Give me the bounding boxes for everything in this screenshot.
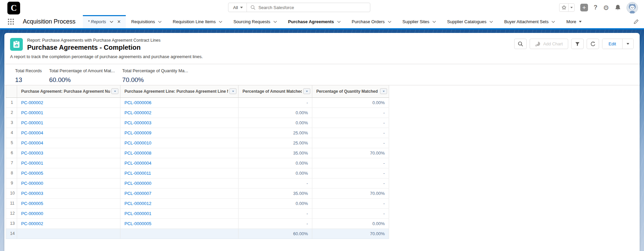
column-header[interactable]: Purchase Agreement: Purchase Agreement N… [17, 85, 120, 97]
quantity-matched-total-cell: 70.00% [312, 228, 389, 239]
edit-nav-button[interactable] [634, 19, 639, 24]
purchase-agreement-link[interactable]: PC-000003 [21, 151, 43, 156]
nav-tab[interactable]: Supplier Catalogues [447, 19, 493, 24]
amount-matched-cell: 0.00% [238, 108, 312, 118]
quantity-matched-cell: - [312, 158, 389, 168]
column-header[interactable]: Percentage of Amount Matched [238, 85, 312, 97]
column-header-label: Purchase Agreement: Purchase Agreement N… [21, 89, 110, 94]
purchase-agreement-cell: PC-000002 [17, 97, 120, 108]
app-launcher-button[interactable] [8, 18, 14, 25]
favorites-button[interactable] [559, 4, 569, 11]
nav-tab[interactable]: Purchase Agreements [288, 19, 341, 24]
purchase-agreement-link[interactable]: PC-000001 [21, 120, 43, 125]
report-icon [10, 38, 23, 51]
purchase-agreement-line-link[interactable]: PCL-0000006 [124, 100, 151, 105]
row-number: 7 [6, 158, 17, 168]
amount-matched-cell: 0.00% [238, 198, 312, 208]
app-name[interactable]: Acquisition Process [23, 18, 75, 25]
purchase-agreement-line-link[interactable]: PCL-0000012 [124, 201, 151, 206]
refresh-button[interactable] [587, 39, 599, 49]
filter-button[interactable] [571, 39, 584, 49]
nav-tab[interactable]: Supplier Sites [402, 19, 436, 24]
amount-matched-cell: 25.00% [238, 138, 312, 148]
purchase-agreement-link[interactable]: PC-000004 [21, 130, 43, 135]
quantity-matched-cell: - [312, 178, 389, 188]
purchase-agreement-line-link[interactable]: PCL-0000009 [124, 130, 151, 135]
amount-matched-cell: - [238, 178, 312, 188]
favorites-menu-button[interactable] [569, 4, 574, 11]
global-actions: + ? ⚙ [559, 0, 638, 15]
purchase-agreement-cell: PC-000005 [17, 198, 120, 208]
row-number: 14 [6, 228, 17, 239]
purchase-agreement-line-link[interactable]: PCL-0000005 [124, 221, 151, 226]
refresh-icon [590, 41, 596, 47]
row-number: 13 [6, 218, 17, 228]
row-number: 10 [6, 188, 17, 198]
column-header[interactable]: Purchase Agreement Line: Purchase Agreem… [120, 85, 238, 97]
purchase-agreement-line-link[interactable]: PCL-0000008 [124, 151, 151, 156]
purchase-agreement-link[interactable]: PC-000003 [21, 191, 43, 196]
report-total: Total Percentage of Amount Mat... 60.00% [49, 68, 115, 85]
purchase-agreement-line-link[interactable]: PCL-0000001 [124, 211, 151, 216]
chevron-down-icon [489, 21, 493, 23]
table-row: 2 PC-000001 PCL-0000002 0.00% - [6, 108, 389, 118]
chevron-down-icon [432, 21, 436, 23]
user-avatar[interactable] [627, 2, 638, 13]
report-description: A report to track the completion percent… [4, 51, 640, 64]
tab-reports-active[interactable]: * Reports ✕ [83, 15, 126, 28]
nav-tab[interactable]: Requisition Line Items [173, 19, 222, 24]
setup-button[interactable]: ⚙ [603, 4, 609, 11]
help-button[interactable]: ? [594, 4, 597, 11]
nav-tab[interactable]: Purchase Orders [352, 19, 391, 24]
add-chart-button[interactable]: Add Chart [530, 39, 568, 49]
row-number: 3 [6, 118, 17, 128]
add-chart-label: Add Chart [543, 41, 563, 46]
amount-matched-cell: 35.00% [238, 188, 312, 198]
nav-more-label: More [566, 19, 576, 24]
search-placeholder: Search Salesforce [258, 5, 294, 10]
column-header[interactable]: Percentage of Quantity Matched [312, 85, 389, 97]
caret-down-icon [627, 43, 629, 45]
purchase-agreement-line-link[interactable]: PCL-0000003 [124, 120, 151, 125]
purchase-agreement-line-link[interactable]: PCL-0000002 [124, 110, 151, 115]
purchase-agreement-line-link[interactable]: PCL-0000011 [124, 171, 151, 176]
nav-tab[interactable]: Sourcing Requests [233, 19, 277, 24]
purchase-agreement-link[interactable]: PC-000002 [21, 221, 43, 226]
column-menu-button[interactable] [380, 88, 387, 94]
purchase-agreement-link[interactable]: PC-000001 [21, 110, 43, 115]
search-scope-dropdown[interactable]: All [228, 3, 247, 12]
edit-menu-button[interactable] [622, 39, 633, 49]
purchase-agreement-line-link[interactable]: PCL-0000000 [124, 181, 151, 186]
column-menu-button[interactable] [303, 88, 310, 94]
purchase-agreement-link[interactable]: PC-000001 [21, 161, 43, 166]
notifications-button[interactable] [615, 4, 621, 11]
purchase-agreement-link[interactable]: PC-000000 [21, 181, 43, 186]
purchase-agreement-link[interactable]: PC-000005 [21, 171, 43, 176]
purchase-agreement-link[interactable]: PC-000002 [21, 100, 43, 105]
column-header-label: Percentage of Amount Matched [243, 89, 302, 94]
purchase-agreement-line-link[interactable]: PCL-0000010 [124, 140, 151, 145]
row-number: 1 [6, 97, 17, 108]
column-menu-button[interactable] [111, 88, 118, 94]
report-search-button[interactable] [514, 39, 527, 49]
table-row: 11 PC-000005 PCL-0000012 0.00% - [6, 198, 389, 208]
purchase-agreement-line-link[interactable]: PCL-0000004 [124, 161, 151, 166]
purchase-agreement-line-cell: PCL-0000003 [120, 118, 238, 128]
nav-tab[interactable]: Buyer Attachment Sets [504, 19, 555, 24]
chevron-down-icon [337, 21, 341, 23]
close-tab-icon[interactable]: ✕ [117, 19, 121, 24]
edit-button[interactable]: Edit [602, 39, 622, 49]
nav-more-button[interactable]: More [566, 19, 582, 24]
purchase-agreement-link[interactable]: PC-000004 [21, 140, 43, 145]
amount-matched-cell: - [238, 218, 312, 228]
purchase-agreement-link[interactable]: PC-000000 [21, 211, 43, 216]
purchase-agreement-line-cell: PCL-0000001 [120, 208, 238, 218]
table-row: 13 PC-000002 PCL-0000005 - 0.00% [6, 218, 389, 228]
amount-matched-cell: 0.00% [238, 118, 312, 128]
nav-tab[interactable]: Requisitions [131, 19, 162, 24]
column-menu-button[interactable] [229, 88, 236, 94]
purchase-agreement-link[interactable]: PC-000005 [21, 201, 43, 206]
quick-create-button[interactable]: + [580, 4, 588, 11]
purchase-agreement-line-link[interactable]: PCL-0000007 [124, 191, 151, 196]
global-search[interactable]: All Search Salesforce [228, 3, 370, 12]
